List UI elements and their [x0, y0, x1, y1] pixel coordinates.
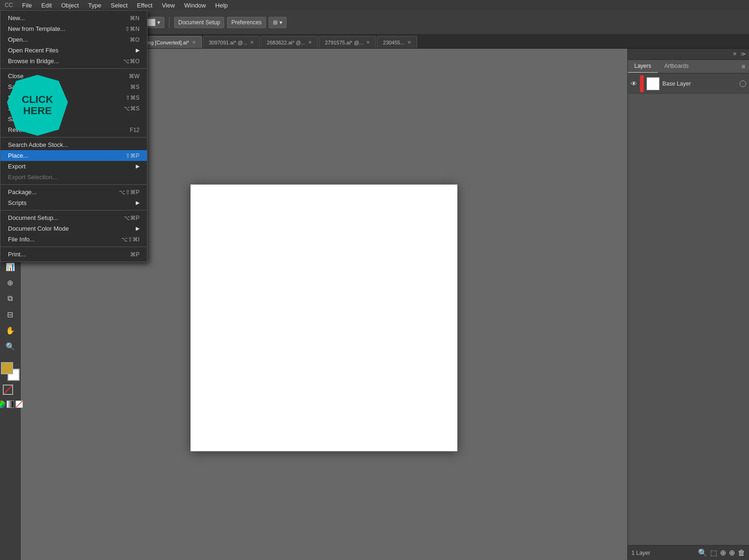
tab-3-label: 3097091.ai* @... — [209, 40, 247, 45]
arrange-dropdown-icon: ▾ — [279, 19, 282, 26]
panel-header: ✕ ≫ — [628, 49, 749, 60]
menu-view[interactable]: View — [157, 0, 180, 10]
tab-6-close[interactable]: ✕ — [407, 40, 411, 45]
tab-3-close[interactable]: ✕ — [250, 40, 254, 45]
layer-count-label: 1 Layer — [632, 550, 650, 556]
svg-line-0 — [4, 385, 12, 394]
gradient-mode-btn[interactable] — [7, 400, 14, 408]
tab-6-label: 230455... — [383, 40, 404, 45]
foreground-swatch[interactable] — [1, 362, 13, 374]
color-mode-btn[interactable] — [0, 400, 5, 408]
tab-5-close[interactable]: ✕ — [366, 40, 370, 45]
artboard[interactable] — [191, 184, 457, 451]
tab-4[interactable]: 2683622.ai* @... ✕ — [261, 36, 318, 48]
layer-name-label: Base Layer — [662, 80, 737, 87]
menu-package[interactable]: Package... ⌥⇧⌘P — [0, 187, 147, 197]
menu-edit[interactable]: Edit — [37, 0, 56, 10]
search-layers-button[interactable]: 🔍 — [698, 548, 707, 557]
app-title-label: CC — [0, 2, 17, 8]
slice-tool[interactable]: ⊟ — [3, 307, 18, 322]
menu-select[interactable]: Select — [106, 0, 132, 10]
tab-5-label: 2791575.ai* @... — [325, 40, 363, 45]
tab-4-close[interactable]: ✕ — [308, 40, 312, 45]
color-mode-btns — [0, 400, 23, 408]
tab-layers[interactable]: Layers — [628, 60, 658, 73]
transform-tool[interactable]: ⧉ — [3, 291, 18, 306]
symbol-tool[interactable]: ⊕ — [3, 275, 18, 290]
layer-target-icon[interactable] — [740, 80, 746, 87]
tab-4-label: 2683622.ai* @... — [267, 40, 305, 45]
click-here-badge: CLICK HERE — [7, 75, 68, 136]
delete-layer-button[interactable]: 🗑 — [738, 549, 745, 557]
sep-1 — [0, 68, 147, 69]
style-dropdown-icon: ▾ — [157, 19, 160, 26]
menu-window[interactable]: Window — [180, 0, 211, 10]
document-setup-button[interactable]: Document Setup — [174, 17, 224, 28]
menu-document-color[interactable]: Document Color Mode ▶ — [0, 223, 147, 234]
menu-document-setup[interactable]: Document Setup... ⌥⌘P — [0, 212, 147, 223]
add-sublayer-button[interactable]: ⬚ — [710, 548, 717, 557]
menu-type[interactable]: Type — [83, 0, 106, 10]
file-menu-dropdown: New... ⌘N New from Template... ⇧⌘N Open.… — [0, 10, 147, 262]
menu-place[interactable]: Place... ⇧⌘P — [0, 150, 147, 161]
menu-new[interactable]: New... ⌘N — [0, 13, 147, 23]
expand-panel-icon[interactable]: ≫ — [741, 51, 746, 57]
make-clipping-button[interactable]: ⊕ — [720, 548, 726, 557]
menu-open[interactable]: Open... ⌘O — [0, 34, 147, 45]
panel-footer: 1 Layer 🔍 ⬚ ⊕ ⊕ 🗑 — [628, 545, 749, 560]
panel-tabs: Layers Artboards ≡ — [628, 60, 749, 73]
collapse-panel-icon[interactable]: ✕ — [733, 51, 737, 57]
sep-4 — [0, 210, 147, 211]
menu-browse-bridge[interactable]: Browse in Bridge... ⌥⌘O — [0, 56, 147, 66]
menu-print[interactable]: Print... ⌘P — [0, 249, 147, 260]
menu-object[interactable]: Object — [57, 0, 84, 10]
tab-3[interactable]: 3097091.ai* @... ✕ — [203, 36, 260, 48]
arrange-icon: ⊞ — [273, 19, 278, 26]
badge-shape: CLICK HERE — [7, 75, 68, 136]
tab-2-close[interactable]: ✕ — [192, 40, 196, 45]
menu-bar: CC File Edit Object Type Select Effect V… — [0, 0, 749, 10]
sep-5 — [0, 247, 147, 247]
tab-artboards[interactable]: Artboards — [658, 60, 695, 73]
menu-file-info[interactable]: File Info... ⌥⇧⌘I — [0, 234, 147, 245]
panel-menu-button[interactable]: ≡ — [738, 60, 749, 73]
menu-scripts[interactable]: Scripts ▶ — [0, 197, 147, 208]
layer-thumbnail — [646, 77, 660, 90]
badge-click: CLICK — [22, 94, 53, 105]
menu-effect[interactable]: Effect — [132, 0, 157, 10]
layer-row[interactable]: 👁 Base Layer — [628, 73, 749, 94]
right-panel: ✕ ≫ Layers Artboards ≡ 👁 Base Layer 1 La… — [627, 49, 749, 560]
layer-color-indicator — [640, 75, 644, 92]
tab-6[interactable]: 230455... ✕ — [377, 36, 417, 48]
layer-visibility-toggle[interactable]: 👁 — [631, 80, 637, 87]
none-mode-btn[interactable] — [15, 400, 23, 408]
svg-line-1 — [16, 401, 22, 407]
menu-new-template[interactable]: New from Template... ⇧⌘N — [0, 23, 147, 34]
arrange-view-button[interactable]: ⊞ ▾ — [269, 17, 286, 28]
create-new-layer-button[interactable]: ⊕ — [729, 548, 735, 557]
stroke-swatch[interactable] — [3, 385, 13, 395]
badge-here: HERE — [23, 105, 51, 116]
menu-export-selection: Export Selection... — [0, 172, 147, 182]
canvas-wrapper — [191, 184, 457, 451]
menu-export[interactable]: Export ▶ — [0, 161, 147, 172]
menu-open-recent[interactable]: Open Recent Files ▶ — [0, 45, 147, 56]
separator-3 — [169, 17, 169, 28]
zoom-tool[interactable]: 🔍 — [3, 339, 18, 354]
tab-5[interactable]: 2791575.ai* @... ✕ — [319, 36, 376, 48]
menu-help[interactable]: Help — [211, 0, 233, 10]
menu-file[interactable]: File — [17, 0, 37, 10]
color-swatches — [0, 362, 23, 436]
sep-2 — [0, 137, 147, 138]
preferences-button[interactable]: Preferences — [227, 17, 266, 28]
menu-search-stock[interactable]: Search Adobe Stock... — [0, 139, 147, 150]
sep-3 — [0, 184, 147, 185]
hand-tool[interactable]: ✋ — [3, 323, 18, 338]
